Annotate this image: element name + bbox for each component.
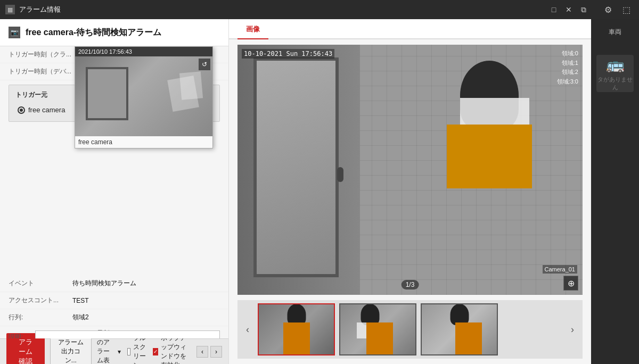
sidebar-no-data: タがありません <box>596 76 634 92</box>
window-icon: ▦ <box>5 5 15 14</box>
image-area: 10-10-2021 Sun 17:56:43 領域:0 領域:1 領域:2 領… <box>229 39 591 364</box>
sidebar-label: 車両 <box>609 24 621 40</box>
event-value: 待ち時間検知アラーム <box>72 279 136 288</box>
close-button[interactable]: ✕ <box>562 3 575 16</box>
right-sidebar: 車両 🚌 タがありません <box>591 19 639 364</box>
panel-header: 📷 free camera-待ち時間検知アラーム <box>0 19 228 46</box>
region-1: 領域:1 <box>557 59 578 68</box>
title-bar: ▦ アラーム情報 □ ✕ ⧉ ⚙ ⬚ <box>0 0 639 19</box>
thumbnails-wrapper <box>256 300 564 359</box>
thumbnail-2-inner <box>340 304 415 354</box>
door-panel <box>253 57 339 278</box>
region-3: 領域:3:0 <box>557 77 578 87</box>
thumb-3-head <box>450 304 469 325</box>
popup-spacer <box>0 126 228 275</box>
left-panel: 📷 free camera-待ち時間検知アラーム トリガー時刻（クラ... トリ… <box>0 19 229 364</box>
trigger-time-device-label: トリガー時刻（デバ... <box>9 67 72 76</box>
image-counter: 1/3 <box>402 280 419 289</box>
queue-row: 行列: 領域2 <box>0 309 228 326</box>
camera-label: Camera_01 <box>543 265 577 274</box>
nav-arrows: ‹ › <box>196 346 222 358</box>
camera-icon: 📷 <box>9 27 20 38</box>
thumbnail-1-inner <box>259 304 334 354</box>
person-body <box>447 125 532 188</box>
thumbnail-1[interactable] <box>258 303 335 355</box>
description-textarea[interactable] <box>35 330 220 338</box>
camera-regions: 領域:0 領域:1 領域:2 領域:3:0 <box>557 49 578 86</box>
car-icon: 🚌 <box>606 56 625 73</box>
door-handle <box>337 167 343 182</box>
thumbnail-2[interactable] <box>339 303 416 355</box>
queue-value: 領域2 <box>72 313 89 322</box>
description-row: 説明: <box>0 326 228 338</box>
trigger-time-cloud-label: トリガー時刻（クラ... <box>9 50 72 59</box>
strip-next-button[interactable]: › <box>564 300 580 359</box>
main-window: ▦ アラーム情報 □ ✕ ⧉ ⚙ ⬚ 📷 free camera-待ち時間検知ア… <box>0 0 639 364</box>
access-row: アクセスコント... TEST <box>0 292 228 309</box>
event-label: イベント <box>9 279 72 288</box>
queue-label: 行列: <box>9 313 72 322</box>
title-bar-right-controls: ⚙ ⬚ <box>601 2 634 17</box>
radio-button[interactable] <box>18 106 25 114</box>
left-wall <box>237 45 360 295</box>
zoom-button[interactable]: ⊕ <box>563 276 578 291</box>
prev-arrow-button[interactable]: ‹ <box>196 346 208 358</box>
region-2: 領域:2 <box>557 68 578 77</box>
minimize-button[interactable]: □ <box>547 3 560 16</box>
right-panel: 画像 <box>229 19 591 364</box>
thumb-1-head <box>287 304 306 325</box>
popup-check-mark: ✓ <box>153 349 158 354</box>
sidebar-icon-area: 🚌 タがありません <box>596 55 634 92</box>
main-camera-view: 10-10-2021 Sun 17:56:43 領域:0 領域:1 領域:2 領… <box>237 45 583 295</box>
next-arrow-button[interactable]: › <box>210 346 222 358</box>
description-label: 説明: <box>9 330 30 338</box>
thumbnail-popup-image: ↺ <box>75 56 212 136</box>
fullscreen-checkbox[interactable] <box>127 348 130 355</box>
thumb-3-body <box>455 322 482 354</box>
camera-name: free camera <box>28 106 65 114</box>
camera-timestamp: 10-10-2021 Sun 17:56:43 <box>242 49 334 59</box>
panel-body: トリガー時刻（クラ... トリガー時刻（デバ... トリガー元 free cam… <box>0 46 228 338</box>
main-content: 📷 free camera-待ち時間検知アラーム トリガー時刻（クラ... トリ… <box>0 19 639 364</box>
thumbnail-popup-camera-name: free camera <box>75 136 212 148</box>
bottom-bar: アラーム確認 アラーム出力コン... 最新のアラーム表示... ▾ フルスクリー… <box>0 338 228 364</box>
access-label: アクセスコント... <box>9 296 72 305</box>
thumbnail-strip: ‹ <box>237 300 583 359</box>
thumbnail-3[interactable] <box>421 303 498 355</box>
display-mode-chevron: ▾ <box>118 348 121 355</box>
event-row: イベント 待ち時間検知アラーム <box>0 275 228 292</box>
radio-dot <box>20 109 23 112</box>
thumbnail-refresh-button[interactable]: ↺ <box>199 59 210 70</box>
panel-title: free camera-待ち時間検知アラーム <box>26 27 161 38</box>
window-title: アラーム情報 <box>19 5 547 14</box>
settings-button[interactable]: ⚙ <box>601 2 616 17</box>
thumbnail-popup-timestamp: 2021/10/10 17:56:43 <box>78 48 132 55</box>
tab-image[interactable]: 画像 <box>237 19 268 39</box>
thumbnail-popup: 2021/10/10 17:56:43 ↺ free camera <box>75 46 213 148</box>
restore-button[interactable]: ⧉ <box>577 3 590 16</box>
layout-button[interactable]: ⬚ <box>619 2 634 17</box>
popup-checkbox[interactable]: ✓ <box>153 348 158 355</box>
window-controls: □ ✕ ⧉ <box>547 3 590 16</box>
thumb-2-head <box>361 304 380 325</box>
thumb-1-body <box>283 322 310 354</box>
thumbnail-3-inner <box>422 304 497 354</box>
region-0: 領域:0 <box>557 49 578 59</box>
strip-prev-button[interactable]: ‹ <box>240 300 256 359</box>
thumb-2-body <box>366 322 393 354</box>
thumbnail-popup-header: 2021/10/10 17:56:43 <box>75 47 212 56</box>
tab-bar: 画像 <box>229 19 591 39</box>
access-value: TEST <box>72 297 89 304</box>
